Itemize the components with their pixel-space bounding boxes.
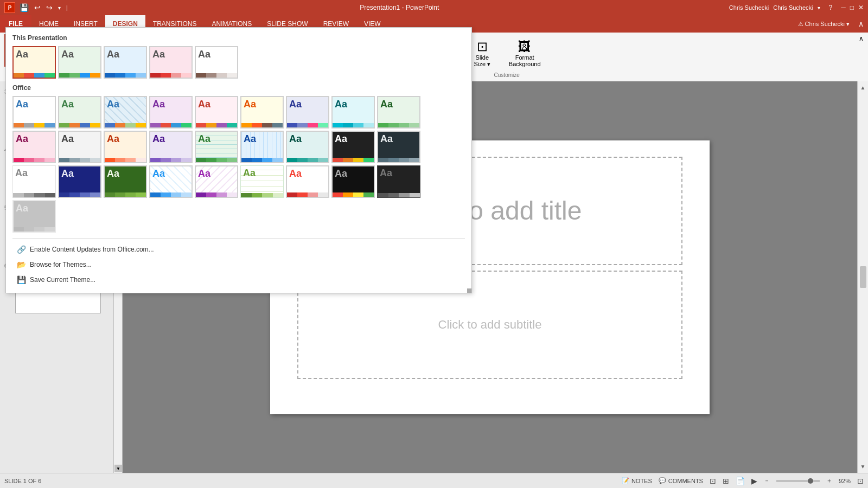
- customize-ribbon-section: ⊡ SlideSize ▾ 🖼 FormatBackground Customi…: [460, 35, 554, 79]
- statusbar-right: 📝 NOTES 💬 COMMENTS ⊡ ⊞ 📄 ▶ － ＋ 92% ⊡: [622, 477, 864, 485]
- quick-access-toolbar: 💾 ↩ ↪ ▾ |: [17, 2, 70, 13]
- zoom-in-btn[interactable]: ＋: [826, 477, 832, 485]
- link-icon: 🔗: [17, 245, 25, 254]
- office-theme-28[interactable]: Aa: [12, 200, 56, 233]
- enable-content-updates-btn[interactable]: 🔗 Enable Content Updates from Office.com…: [12, 243, 465, 256]
- office-theme-6[interactable]: Aa: [240, 96, 284, 129]
- slide-size-btn[interactable]: ⊡ SlideSize ▾: [469, 38, 496, 70]
- office-theme-3[interactable]: Aa: [104, 96, 147, 129]
- view-slideshow-btn[interactable]: ▶: [751, 477, 757, 485]
- themes-footer: 🔗 Enable Content Updates from Office.com…: [12, 238, 465, 286]
- titlebar: P 💾 ↩ ↪ ▾ | Presentation1 - PowerPoint C…: [0, 0, 868, 15]
- themes-section-this-pres: This Presentation: [12, 34, 465, 42]
- user-name[interactable]: Chris Suchecki: [773, 4, 813, 11]
- office-theme-1[interactable]: Aa: [12, 96, 56, 129]
- account-btn[interactable]: ▾: [818, 5, 820, 11]
- format-background-btn[interactable]: 🖼 FormatBackground: [505, 38, 545, 69]
- office-theme-16[interactable]: Aa: [286, 131, 329, 163]
- office-theme-20[interactable]: Aa: [58, 165, 101, 198]
- view-slide-sorter-btn[interactable]: ⊞: [723, 477, 729, 485]
- app-icon: P: [4, 2, 15, 13]
- office-theme-10[interactable]: Aa: [12, 131, 56, 163]
- view-reading-btn[interactable]: 📄: [736, 477, 745, 485]
- notes-icon: 📝: [622, 477, 629, 484]
- office-theme-26[interactable]: Aa: [331, 165, 375, 198]
- save-theme-btn[interactable]: 💾 Save Current Theme...: [12, 273, 465, 286]
- this-pres-themes-grid: Aa Aa Aa: [12, 46, 465, 79]
- comments-btn[interactable]: 💬 COMMENTS: [659, 477, 703, 484]
- scroll-right-down[interactable]: ▼: [859, 463, 867, 471]
- themes-dropdown: This Presentation Aa Aa Aa: [5, 27, 472, 293]
- slide-count: SLIDE 1 OF 6: [4, 478, 41, 484]
- ribbon-collapse-btn[interactable]: ∧: [854, 20, 868, 28]
- office-theme-24[interactable]: Aa: [240, 165, 284, 198]
- help-btn[interactable]: ?: [829, 4, 833, 11]
- office-theme-19[interactable]: Aa: [12, 165, 56, 198]
- titlebar-left: P 💾 ↩ ↪ ▾ |: [4, 2, 70, 13]
- resize-handle[interactable]: [467, 288, 471, 293]
- view-normal-btn[interactable]: ⊡: [710, 477, 716, 485]
- office-theme-18[interactable]: Aa: [377, 131, 420, 163]
- office-theme-15[interactable]: Aa: [240, 131, 284, 163]
- theme-this-5[interactable]: Aa: [195, 46, 238, 79]
- theme-this-1[interactable]: Aa: [12, 46, 56, 79]
- quick-save-btn[interactable]: 💾: [17, 2, 31, 13]
- minimize-btn[interactable]: ─: [841, 4, 846, 11]
- browse-themes-btn[interactable]: 📂 Browse for Themes...: [12, 258, 465, 271]
- quick-redo-btn[interactable]: ↪: [44, 2, 55, 13]
- zoom-out-btn[interactable]: －: [764, 477, 770, 485]
- office-theme-12[interactable]: Aa: [104, 131, 147, 163]
- zoom-level: 92%: [839, 478, 851, 484]
- quick-more-btn[interactable]: |: [64, 4, 70, 12]
- close-btn[interactable]: ✕: [858, 4, 864, 11]
- office-theme-14[interactable]: Aa: [195, 131, 238, 163]
- right-scrollbar: ▲ ▼: [857, 81, 868, 473]
- user-label: Chris Suchecki: [729, 4, 769, 11]
- office-theme-8[interactable]: Aa: [331, 96, 375, 129]
- save-icon: 💾: [17, 275, 25, 284]
- quick-undo-btn[interactable]: ↩: [32, 2, 43, 13]
- office-theme-11[interactable]: Aa: [58, 131, 101, 163]
- scroll-down-btn[interactable]: ▼: [114, 465, 122, 472]
- scroll-right-up[interactable]: ▲: [859, 84, 867, 92]
- user-ribbon[interactable]: ⚠ Chris Suchecki ▾: [794, 21, 854, 28]
- maximize-btn[interactable]: □: [850, 4, 854, 11]
- folder-icon: 📂: [17, 260, 25, 269]
- office-theme-21[interactable]: Aa: [104, 165, 147, 198]
- office-theme-13[interactable]: Aa: [149, 131, 193, 163]
- office-themes-grid: Aa Aa Aa: [12, 96, 465, 233]
- office-theme-5[interactable]: Aa: [195, 96, 238, 129]
- theme-this-3[interactable]: Aa: [104, 46, 147, 79]
- office-theme-7[interactable]: Aa: [286, 96, 329, 129]
- office-theme-23[interactable]: Aa: [195, 165, 238, 198]
- theme-this-4[interactable]: Aa: [149, 46, 193, 79]
- office-theme-22[interactable]: Aa: [149, 165, 193, 198]
- statusbar: SLIDE 1 OF 6 📝 NOTES 💬 COMMENTS ⊡ ⊞ 📄 ▶ …: [0, 473, 868, 488]
- comments-icon: 💬: [659, 477, 666, 484]
- zoom-slider[interactable]: [776, 480, 820, 482]
- customize-label: Customize: [460, 72, 554, 78]
- scroll-thumb[interactable]: [860, 266, 866, 288]
- office-theme-25[interactable]: Aa: [286, 165, 329, 198]
- office-theme-2[interactable]: Aa: [58, 96, 101, 129]
- notes-btn[interactable]: 📝 NOTES: [622, 477, 652, 484]
- office-theme-9[interactable]: Aa: [377, 96, 420, 129]
- ribbon-expand-btn[interactable]: ∧: [859, 35, 864, 42]
- office-theme-27[interactable]: Aa: [377, 165, 420, 198]
- window-title: Presentation1 - PowerPoint: [70, 4, 729, 11]
- quick-customize-btn[interactable]: ▾: [56, 4, 63, 12]
- theme-this-2[interactable]: Aa: [58, 46, 101, 79]
- themes-office-label: Office: [12, 84, 465, 92]
- fit-slide-btn[interactable]: ⊡: [857, 477, 864, 485]
- office-theme-17[interactable]: Aa: [331, 131, 375, 163]
- office-theme-4[interactable]: Aa: [149, 96, 193, 129]
